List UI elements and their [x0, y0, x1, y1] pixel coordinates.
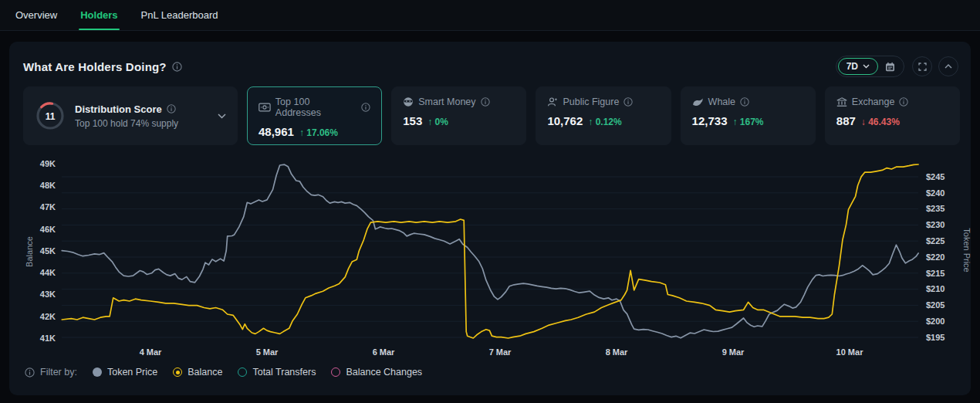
stat-card-value: 12,733: [692, 114, 728, 127]
svg-text:43K: 43K: [40, 290, 56, 299]
legend-label: Balance Changes: [346, 367, 422, 378]
svg-text:4 Mar: 4 Mar: [140, 347, 162, 357]
svg-text:45K: 45K: [40, 246, 56, 256]
svg-text:8 Mar: 8 Mar: [606, 347, 628, 357]
svg-text:42K: 42K: [40, 312, 56, 321]
stat-card-label: Smart Money: [418, 97, 475, 107]
whale-icon: [692, 97, 704, 107]
svg-text:$235: $235: [926, 204, 945, 213]
page-title: What Are Holders Doing?: [23, 60, 167, 73]
stat-card-label: Top 100 Addresses: [275, 97, 357, 118]
balance-marker-icon: [173, 367, 182, 377]
stat-card-value: 153: [403, 114, 422, 127]
svg-text:$200: $200: [926, 317, 945, 326]
collapse-button[interactable]: [938, 56, 958, 76]
svg-text:48K: 48K: [40, 181, 56, 190]
stat-card-change: ↓ 46.43%: [861, 117, 900, 127]
balance-changes-marker-icon: [331, 367, 340, 377]
stat-card-public-figure[interactable]: Public Figure 10,762 ↑ 0.12%: [536, 86, 671, 145]
total-transfers-marker-icon: [238, 367, 247, 377]
filter-by-label: Filter by:: [40, 367, 77, 378]
chevron-down-icon[interactable]: [218, 113, 226, 119]
svg-text:$245: $245: [926, 172, 945, 181]
svg-text:$215: $215: [926, 269, 945, 278]
svg-text:49K: 49K: [40, 159, 56, 168]
bank-icon: [836, 97, 847, 107]
calendar-button[interactable]: [878, 59, 902, 74]
svg-text:46K: 46K: [40, 225, 56, 234]
token-price-marker-icon: [93, 367, 102, 377]
svg-text:47K: 47K: [40, 202, 56, 212]
info-icon[interactable]: [361, 103, 370, 112]
chart-legend: Filter by: Token Price Balance Total Tra…: [9, 362, 971, 378]
range-selector[interactable]: 7D: [838, 58, 878, 75]
info-icon[interactable]: [167, 104, 176, 113]
stat-card-label: Exchange: [852, 97, 895, 107]
svg-text:$240: $240: [926, 188, 945, 198]
svg-text:$230: $230: [926, 220, 945, 229]
svg-text:$205: $205: [926, 300, 945, 310]
svg-text:7 Mar: 7 Mar: [489, 347, 512, 357]
stat-card-change: ↑ 0.12%: [588, 117, 621, 127]
legend-label: Token Price: [107, 367, 157, 378]
distribution-score-card[interactable]: 11 Distribution Score Top 100 hold 74% s…: [23, 86, 238, 145]
balance-vs-price-chart[interactable]: 49K48K47K46K45K44K43K42K41K$245$240$235$…: [9, 150, 971, 362]
distribution-score-gauge: 11: [35, 100, 66, 131]
panel-header: What Are Holders Doing? 7D: [9, 42, 971, 76]
calendar-icon: [885, 62, 895, 72]
banknote-icon: [259, 103, 271, 112]
tab-overview[interactable]: Overview: [14, 0, 59, 30]
stat-card-exchange[interactable]: Exchange 887 ↓ 46.43%: [825, 86, 960, 145]
svg-text:44K: 44K: [40, 268, 56, 277]
legend-item-token-price[interactable]: Token Price: [93, 367, 157, 378]
stat-card-label: Public Figure: [563, 97, 619, 107]
stat-card-change: ↑ 0%: [427, 117, 448, 127]
info-icon[interactable]: [899, 97, 908, 107]
info-icon[interactable]: [623, 97, 633, 107]
svg-text:11: 11: [46, 111, 56, 122]
expand-icon: [918, 63, 927, 71]
info-icon[interactable]: [740, 97, 749, 107]
chevron-down-icon: [863, 64, 870, 69]
legend-item-balance[interactable]: Balance: [173, 367, 222, 378]
stat-cards-row: 11 Distribution Score Top 100 hold 74% s…: [23, 86, 960, 145]
svg-text:41K: 41K: [40, 334, 56, 343]
svg-text:Balance: Balance: [25, 236, 34, 267]
stat-card-top100-addresses[interactable]: Top 100 Addresses 48,961 ↑ 17.06%: [247, 86, 382, 145]
fullscreen-button[interactable]: [912, 56, 932, 76]
svg-text:$210: $210: [926, 284, 945, 293]
top-nav: Overview Holders PnL Leaderboard: [0, 0, 980, 31]
stat-card-change: ↑ 167%: [733, 117, 764, 127]
svg-text:10 Mar: 10 Mar: [836, 347, 864, 357]
smart-money-icon: [403, 97, 414, 107]
stat-card-value: 10,762: [547, 114, 583, 127]
stat-card-value: 48,961: [259, 125, 294, 138]
holders-chart[interactable]: 49K48K47K46K45K44K43K42K41K$245$240$235$…: [9, 150, 971, 362]
date-range-group: 7D: [836, 56, 904, 77]
stat-card-whale[interactable]: Whale 12,733 ↑ 167%: [681, 86, 816, 145]
legend-item-total-transfers[interactable]: Total Transfers: [238, 367, 316, 378]
info-icon[interactable]: [481, 97, 490, 107]
chevron-up-icon: [945, 64, 952, 69]
svg-text:$225: $225: [926, 236, 945, 246]
info-icon[interactable]: [25, 367, 35, 378]
legend-label: Balance: [188, 367, 222, 378]
stat-card-change: ↑ 17.06%: [299, 127, 338, 138]
legend-label: Total Transfers: [252, 367, 316, 378]
range-label: 7D: [847, 61, 858, 72]
svg-text:Token Price: Token Price: [962, 228, 971, 272]
distribution-score-subtitle: Top 100 hold 74% supply: [75, 118, 208, 129]
svg-text:$195: $195: [926, 333, 945, 342]
svg-text:5 Mar: 5 Mar: [256, 347, 279, 357]
svg-text:6 Mar: 6 Mar: [373, 347, 395, 357]
legend-item-balance-changes[interactable]: Balance Changes: [331, 367, 422, 378]
stat-card-smart-money[interactable]: Smart Money 153 ↑ 0%: [391, 86, 526, 145]
public-figure-icon: [547, 97, 558, 107]
svg-text:$220: $220: [926, 252, 945, 262]
tab-pnl-leaderboard[interactable]: PnL Leaderboard: [140, 0, 220, 30]
distribution-score-label: Distribution Score: [75, 103, 162, 115]
stat-card-value: 887: [836, 114, 856, 127]
svg-text:9 Mar: 9 Mar: [722, 347, 745, 357]
tab-holders[interactable]: Holders: [79, 0, 119, 30]
info-icon[interactable]: [172, 62, 182, 72]
